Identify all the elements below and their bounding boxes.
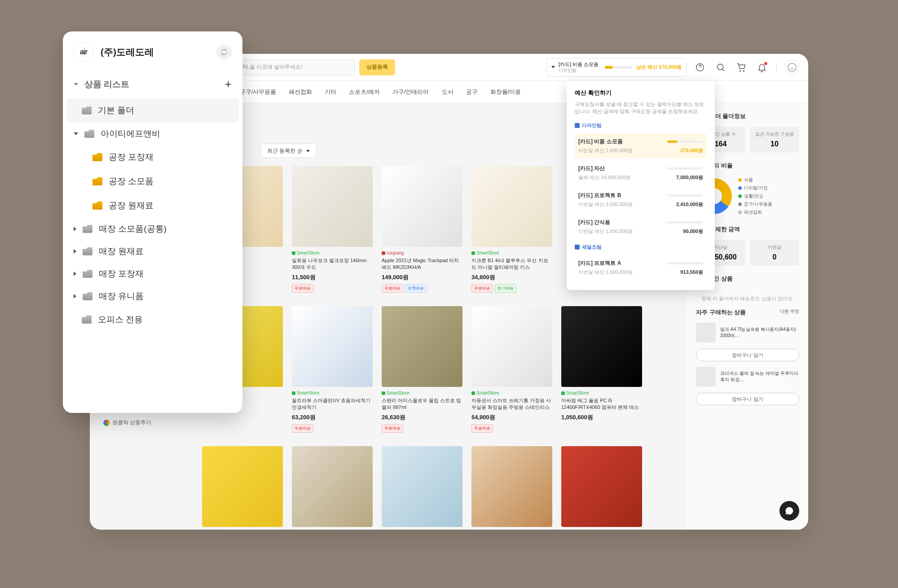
sidebar-item-default[interactable]: 기본 폴더 bbox=[66, 98, 239, 123]
folder-icon bbox=[83, 292, 92, 300]
budget-item[interactable]: [카드] 프로젝트 B이번달 예산 3,000,000원2,410,000원 bbox=[575, 187, 707, 212]
product-card[interactable]: coupangApple 2021년 Magic Trackpad 터치패드 M… bbox=[382, 166, 462, 293]
folder-icon bbox=[92, 202, 102, 210]
popover-subtitle: 구매요청서를 보낼 때 참고할 수 있는 결제수단별 예산 정보입니다. 예산 … bbox=[575, 101, 707, 115]
cat-item[interactable]: 화장품/미용 bbox=[490, 88, 521, 96]
cat-item[interactable]: 스포츠/레저 bbox=[349, 88, 380, 96]
sort-row: 최근 등록한 순 bbox=[260, 144, 317, 158]
logo[interactable]: air bbox=[74, 42, 93, 62]
avatar[interactable] bbox=[785, 60, 799, 75]
folder-icon bbox=[92, 177, 102, 185]
popover-title: 예산 확인하기 bbox=[575, 89, 707, 97]
chevron-right-icon bbox=[74, 249, 76, 254]
shipping-empty: 현재 이 폴더에서 배송중인 상품이 없어요. bbox=[696, 289, 799, 308]
budget-card-name: [카드] 비품 소모품 bbox=[559, 61, 599, 67]
freq-buy-title: 자주 구매하는 상품다른 추천 bbox=[696, 308, 799, 316]
budget-remaining: 남은 예산 270,000원 bbox=[636, 64, 682, 70]
folder-icon bbox=[84, 130, 94, 138]
sync-icon[interactable] bbox=[216, 44, 232, 60]
budget-popover: 예산 확인하기 구매요청서를 보낼 때 참고할 수 있는 결제수단별 예산 정보… bbox=[567, 81, 715, 290]
team-header: 디자인팀 bbox=[575, 122, 707, 129]
topbar: 등록할 상품의 URL을 이곳에 넣어주세요! 상품등록 [카드] 비품 소모품… bbox=[189, 54, 808, 81]
company-name: (주)도레도레 bbox=[101, 46, 209, 58]
sort-dropdown[interactable]: 최근 등록한 순 bbox=[260, 144, 317, 158]
budget-selector[interactable]: [카드] 비품 소모품 디자인팀 남은 예산 270,000원 bbox=[546, 58, 687, 77]
chevron-down-icon bbox=[551, 66, 555, 68]
sidebar-item-store-uniform[interactable]: 매장 유니폼 bbox=[63, 285, 242, 307]
add-cart-button[interactable]: 장바구니 담기 bbox=[696, 393, 799, 405]
folder-sidebar: air (주)도레도레 상품 리스트 + 기본 폴더 아이티에프앤비 공장 포장… bbox=[63, 31, 242, 413]
search-icon[interactable] bbox=[714, 61, 727, 74]
cat-item[interactable]: 공구 bbox=[466, 88, 478, 96]
budget-progress-bar bbox=[605, 66, 632, 69]
add-folder-icon[interactable]: + bbox=[225, 77, 232, 91]
folder-icon bbox=[83, 247, 92, 255]
cat-item[interactable]: 가구/인테리어 bbox=[392, 88, 429, 96]
folder-icon bbox=[82, 106, 92, 114]
product-card[interactable] bbox=[202, 446, 283, 527]
sidebar-item-itfnb[interactable]: 아이티에프앤비 bbox=[63, 123, 242, 145]
cat-item[interactable]: 도서 bbox=[442, 88, 453, 96]
cat-item[interactable]: 문구/사무용품 bbox=[240, 88, 277, 96]
product-card[interactable] bbox=[471, 446, 552, 527]
budget-item[interactable]: [카드] 프로젝트 A이번달 예산 1,500,000원913,550원 bbox=[575, 255, 707, 280]
chevron-right-icon bbox=[74, 272, 76, 276]
sidebar-item-store-packaging[interactable]: 매장 포장재 bbox=[63, 263, 242, 285]
freq-buy-item[interactable]: 크리넥스 물에 잘 녹는 에어셀 두루마리휴지 화장… bbox=[696, 367, 799, 386]
sidebar-item-store-supplies[interactable]: 매장 소모품(공통) bbox=[63, 218, 242, 240]
sidebar-item-factory-materials[interactable]: 공장 원재료 bbox=[63, 193, 242, 218]
notification-dot bbox=[764, 62, 767, 65]
chart-legend: 식품디지털/가전생활/건강문구/사무용품패션잡화 bbox=[738, 176, 772, 216]
folder-icon bbox=[83, 225, 92, 233]
sidebar-item-factory-packaging[interactable]: 공장 포장재 bbox=[63, 145, 242, 169]
store-badge: coupang bbox=[382, 250, 462, 255]
store-badge: SmartStore bbox=[292, 250, 373, 255]
chat-icon[interactable] bbox=[779, 501, 799, 521]
budget-item[interactable]: [카드] 비품 소모품이번달 예산 1,000,000원270,000원 bbox=[575, 133, 707, 158]
product-card[interactable] bbox=[382, 446, 462, 527]
section-product-list[interactable]: 상품 리스트 + bbox=[63, 70, 242, 98]
team-header: 세일즈팀 bbox=[575, 244, 707, 250]
bell-icon[interactable] bbox=[756, 61, 768, 74]
pay-this: 이번달0 bbox=[750, 240, 799, 266]
sidebar-item-factory-supplies[interactable]: 공장 소모품 bbox=[63, 169, 242, 193]
freq-buy-item[interactable]: 밀크 A4 75g 실속형 복사용지(A4용지) 2000매… bbox=[696, 323, 799, 342]
cart-icon[interactable] bbox=[735, 61, 748, 74]
category-nav: 생활/건강 문구/사무용품 패션잡화 기타 스포츠/레저 가구/인테리어 도서 … bbox=[189, 81, 808, 103]
svg-point-1 bbox=[718, 64, 723, 70]
help-icon[interactable] bbox=[694, 61, 706, 74]
budget-item[interactable]: [카드] 간식용이번달 예산 1,000,000원90,000원 bbox=[575, 214, 707, 239]
product-card[interactable]: SmartStore스탠리 아이스플로우 플립 스트로 텀블러 887ml26,… bbox=[382, 306, 462, 433]
svg-point-2 bbox=[788, 63, 796, 71]
stat-members: 접근 가능한 구성원10 bbox=[750, 127, 799, 153]
store-badge: SmartStore bbox=[471, 250, 552, 255]
folder-icon bbox=[92, 153, 102, 161]
oneclick-add[interactable]: 원클릭 상품추가 bbox=[103, 419, 151, 426]
sidebar-item-store-materials[interactable]: 매장 원재료 bbox=[63, 240, 242, 263]
product-card[interactable]: SmartStore울트라뷰 스마클린UV 초음파세척기 안경세척기63,200… bbox=[292, 306, 373, 433]
chevron-right-icon bbox=[74, 294, 76, 298]
more-recommend[interactable]: 다른 추천 bbox=[780, 308, 799, 315]
cat-item[interactable]: 패션잡화 bbox=[289, 88, 312, 96]
budget-item[interactable]: [카드] 자산올해 예산 14,000,000원7,000,000원 bbox=[575, 160, 707, 185]
sidebar-item-office[interactable]: 오피스 전용 bbox=[63, 307, 242, 332]
product-card[interactable]: SmartStore아싸컴 배그 풀옵 PC i5 12400F/RTX4060… bbox=[561, 306, 642, 433]
product-card[interactable]: SmartStore자동센서 스마트 쓰레기통 가정용 사무실용 화장실용 주방… bbox=[471, 306, 552, 433]
product-card[interactable]: SmartStore일회용 나무포크 벌크포장 140mm 300개 우드11,… bbox=[292, 166, 373, 293]
register-button[interactable]: 상품등록 bbox=[359, 59, 395, 75]
add-cart-button[interactable]: 장바구니 담기 bbox=[696, 349, 799, 361]
product-card[interactable] bbox=[292, 446, 373, 527]
product-card[interactable]: SmartStore키크론 B1 4in1 블루투스 무선 키보드 미니멀 멀티… bbox=[471, 166, 552, 293]
chevron-down-icon bbox=[74, 83, 78, 86]
chevron-right-icon bbox=[74, 227, 76, 231]
topbar-icons bbox=[694, 60, 799, 75]
chevron-down-icon bbox=[74, 132, 78, 135]
folder-icon bbox=[83, 270, 92, 278]
sidebar-header: air (주)도레도레 bbox=[63, 34, 242, 70]
budget-team-name: 디자인팀 bbox=[559, 67, 599, 74]
folder-icon bbox=[82, 316, 92, 324]
product-card[interactable] bbox=[561, 446, 642, 527]
cat-item[interactable]: 기타 bbox=[325, 88, 336, 96]
